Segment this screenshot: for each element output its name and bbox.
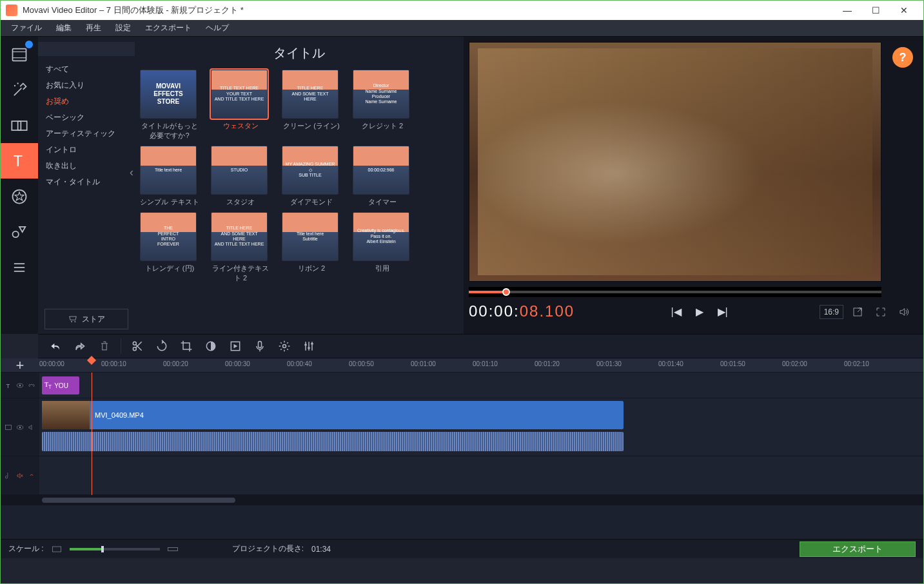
category-list: すべて お気に入り お奨め ベーシック アーティスティック イントロ 吹き出し …: [38, 59, 135, 193]
title-thumbnail[interactable]: MY AMAZING SUMMER◇SUB TITLE: [282, 146, 339, 195]
transitions-tab[interactable]: [1, 108, 38, 143]
zoom-slider[interactable]: [70, 548, 160, 550]
title-item[interactable]: STUDIOスタジオ: [211, 146, 270, 207]
more-tab[interactable]: [1, 249, 38, 285]
prev-frame-button[interactable]: |◀: [667, 303, 685, 321]
title-thumbnail[interactable]: 00:00:02:986: [353, 146, 409, 195]
stickers-tab[interactable]: [1, 179, 38, 214]
title-thumbnail[interactable]: THEPERFECTINTROFOREVER: [140, 212, 197, 261]
rotate-button[interactable]: [151, 336, 173, 356]
callouts-tab[interactable]: [1, 214, 38, 249]
window-title: Movavi Video Editor – 7 日間の体験版 - 新規プロジェク…: [23, 5, 833, 16]
split-button[interactable]: [126, 336, 148, 356]
svg-point-29: [19, 384, 21, 385]
title-thumbnail[interactable]: Title text here: [140, 146, 197, 195]
category-recommended[interactable]: お奨め: [46, 93, 127, 110]
title-thumbnail[interactable]: DirectorName SurnameProducerName Surname: [353, 70, 409, 119]
category-all[interactable]: すべて: [46, 61, 127, 77]
title-item[interactable]: 00:00:02:986タイマー: [353, 146, 412, 207]
video-clip[interactable]: MVI_0409.MP4: [42, 401, 624, 429]
fullscreen-button[interactable]: [872, 303, 890, 321]
export-button[interactable]: エクスポート: [800, 541, 916, 557]
eye-icon[interactable]: [15, 423, 25, 432]
speaker-icon[interactable]: [27, 423, 36, 432]
title-thumbnail[interactable]: Creativity is contagious.Pass it on.Albe…: [353, 212, 409, 261]
menu-edit[interactable]: 編集: [50, 21, 78, 35]
equalizer-button[interactable]: [298, 336, 320, 356]
menu-export[interactable]: エクスポート: [139, 21, 198, 35]
video-track-head[interactable]: [1, 398, 39, 456]
titles-tab[interactable]: T: [1, 143, 38, 179]
title-thumbnail[interactable]: STUDIO: [211, 146, 268, 195]
title-thumbnail[interactable]: MOVAVIEFFECTSSTORE: [140, 70, 197, 119]
title-track-head[interactable]: T: [1, 373, 39, 398]
add-track-button[interactable]: +: [1, 358, 39, 372]
next-frame-button[interactable]: ▶|: [714, 303, 732, 321]
title-clip[interactable]: TT YOU: [42, 376, 79, 394]
title-item[interactable]: Title text hereシンプル テキスト: [140, 146, 199, 207]
title-thumbnail[interactable]: TITLE HEREAND SOME TEXT HERE: [282, 70, 339, 119]
category-artistic[interactable]: アーティスティック: [46, 126, 127, 142]
minimize-button[interactable]: —: [833, 1, 861, 20]
timeline: + 00:00:0000:00:1000:00:2000:00:3000:00:…: [1, 358, 923, 539]
eye-icon[interactable]: [15, 381, 25, 390]
filters-tab[interactable]: [1, 72, 38, 108]
redo-button[interactable]: [69, 336, 91, 356]
title-item[interactable]: TITLE HEREAND SOME TEXT HEREクリーン (ライン): [282, 70, 341, 141]
category-intro[interactable]: イントロ: [46, 142, 127, 158]
project-length-value: 01:34: [311, 545, 331, 554]
record-audio-button[interactable]: [249, 336, 271, 356]
close-button[interactable]: ✕: [890, 1, 918, 20]
video-preview[interactable]: [469, 42, 881, 282]
menu-help[interactable]: ヘルプ: [199, 21, 235, 35]
store-button[interactable]: ストア: [44, 309, 128, 329]
title-item[interactable]: MY AMAZING SUMMER◇SUB TITLEダイアモンド: [282, 146, 341, 207]
chevron-left-icon[interactable]: ‹: [130, 166, 133, 179]
fit-wide-icon[interactable]: [168, 545, 178, 553]
popout-button[interactable]: [849, 303, 867, 321]
delete-button[interactable]: [93, 336, 115, 356]
category-basic[interactable]: ベーシック: [46, 110, 127, 126]
title-item[interactable]: TITLE HEREAND SOME TEXT HEREAND TITLE TE…: [211, 212, 270, 283]
category-callout[interactable]: 吹き出し: [46, 158, 127, 174]
svg-rect-30: [5, 425, 11, 429]
title-thumbnail[interactable]: TITLE TEXT HEREYOUR TEXTAND TITLE TEXT H…: [211, 70, 268, 119]
aspect-ratio-button[interactable]: 16:9: [820, 305, 843, 319]
title-item[interactable]: Creativity is contagious.Pass it on.Albe…: [353, 212, 412, 283]
fit-icon[interactable]: [52, 545, 62, 553]
menu-file[interactable]: ファイル: [5, 21, 48, 35]
preview-scrubber[interactable]: [469, 287, 881, 297]
title-item[interactable]: DirectorName SurnameProducerName Surname…: [353, 70, 412, 141]
play-button[interactable]: ▶: [691, 303, 709, 321]
scrubber-knob-icon[interactable]: [502, 288, 510, 296]
help-button[interactable]: ?: [892, 47, 913, 68]
menu-settings[interactable]: 設定: [109, 21, 137, 35]
search-input[interactable]: [43, 44, 140, 54]
title-item[interactable]: MOVAVIEFFECTSSTOREタイトルがもっと必要ですか?: [140, 70, 199, 141]
menu-play[interactable]: 再生: [79, 21, 108, 35]
timeline-scrollbar[interactable]: [1, 495, 923, 505]
undo-button[interactable]: [44, 336, 66, 356]
category-favorites[interactable]: お気に入り: [46, 77, 127, 93]
color-button[interactable]: [200, 336, 222, 356]
settings-gear-button[interactable]: [273, 336, 295, 356]
title-thumbnail[interactable]: TITLE HEREAND SOME TEXT HEREAND TITLE TE…: [211, 212, 268, 261]
maximize-button[interactable]: ☐: [861, 1, 890, 20]
category-mytitles[interactable]: マイ・タイトル: [46, 174, 127, 190]
link-icon[interactable]: [27, 471, 36, 480]
title-item[interactable]: Title text hereSubtitleリボン 2: [282, 212, 341, 283]
mute-icon[interactable]: [15, 471, 25, 480]
clip-properties-button[interactable]: [224, 336, 246, 356]
volume-button[interactable]: [895, 303, 913, 321]
crop-button[interactable]: [175, 336, 197, 356]
audio-track-head[interactable]: [1, 456, 39, 494]
audio-waveform[interactable]: [42, 432, 624, 451]
link-icon[interactable]: [27, 381, 36, 390]
timeline-ruler[interactable]: + 00:00:0000:00:1000:00:2000:00:3000:00:…: [1, 358, 923, 373]
title-thumbnail[interactable]: Title text hereSubtitle: [282, 212, 339, 261]
title-item[interactable]: TITLE TEXT HEREYOUR TEXTAND TITLE TEXT H…: [211, 70, 270, 141]
import-tab[interactable]: [1, 37, 38, 72]
playhead[interactable]: [92, 373, 92, 495]
title-item-label: トレンディ (円): [140, 264, 199, 273]
title-item[interactable]: THEPERFECTINTROFOREVERトレンディ (円): [140, 212, 199, 283]
